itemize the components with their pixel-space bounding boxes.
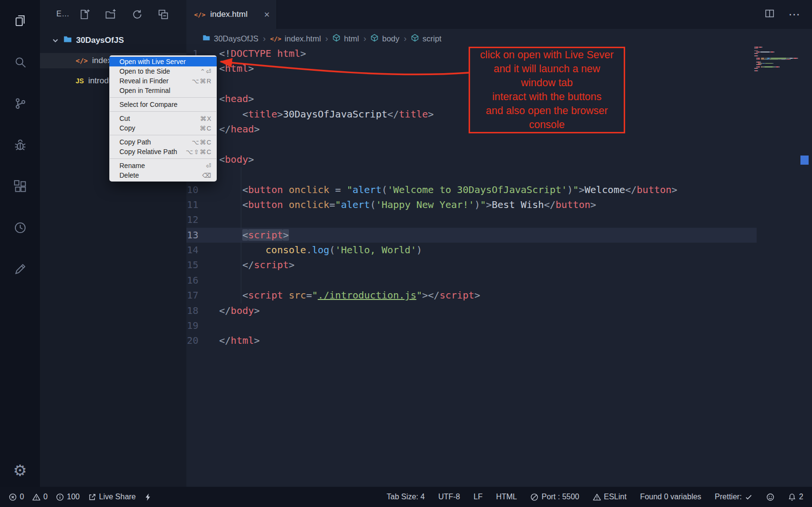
- line-number: 10: [186, 182, 219, 197]
- code-line-13[interactable]: 13 <script>: [186, 228, 812, 243]
- tab-title: index.html: [210, 10, 247, 19]
- code-line-14[interactable]: 14 console.log('Hello, World'): [186, 243, 812, 258]
- circle-slash-icon: [530, 493, 538, 501]
- breadcrumb-item-html[interactable]: html: [332, 34, 359, 44]
- status-errors[interactable]: 0: [9, 493, 24, 501]
- status-warnings[interactable]: 0: [32, 493, 48, 501]
- menu-item-copy-relative-path[interactable]: Copy Relative Path⌥⇧⌘C: [109, 147, 217, 156]
- more-actions-icon[interactable]: ⋯: [788, 8, 800, 21]
- warning-icon: [32, 493, 40, 501]
- root-folder-label: 30DaysOfJS: [76, 36, 124, 45]
- status-info-count[interactable]: 100: [56, 493, 80, 501]
- status-eslint[interactable]: ESLint: [593, 493, 627, 501]
- code-line-18[interactable]: 18</body>: [186, 303, 812, 318]
- search-icon[interactable]: [8, 50, 32, 74]
- code-line-12[interactable]: 12: [186, 212, 812, 227]
- status-info-count-label: 100: [67, 493, 80, 501]
- breadcrumb-separator: ›: [263, 34, 266, 44]
- menu-item-shortcut: ⌘X: [200, 115, 212, 122]
- split-editor-icon[interactable]: [764, 8, 775, 21]
- breadcrumb-item-script[interactable]: script: [411, 34, 441, 44]
- menu-item-label: Rename: [119, 162, 145, 169]
- source-control-icon[interactable]: [8, 91, 32, 116]
- code-line-11[interactable]: 11 <button onclick="alert('Happy New Yea…: [186, 197, 812, 212]
- code-line-15[interactable]: 15 </script>: [186, 258, 812, 273]
- status-live-server-port-label: Port : 5500: [541, 493, 579, 501]
- status-feedback[interactable]: [766, 493, 774, 501]
- close-tab-icon[interactable]: ×: [264, 10, 270, 19]
- status-quick-actions[interactable]: [144, 493, 152, 501]
- extensions-icon[interactable]: [8, 174, 32, 198]
- menu-item-reveal-in-finder[interactable]: Reveal in Finder⌥⌘R: [109, 76, 217, 86]
- menu-item-select-for-compare[interactable]: Select for Compare: [109, 100, 217, 109]
- status-notifications[interactable]: 2: [788, 493, 803, 501]
- line-number: 20: [186, 333, 219, 348]
- history-icon[interactable]: [8, 216, 32, 240]
- breadcrumb-item-file[interactable]: </> index.html: [270, 34, 321, 43]
- menu-item-shortcut: ⌥⌘R: [192, 78, 212, 85]
- status-live-server-port[interactable]: Port : 5500: [530, 493, 579, 501]
- menu-item-open-with-live-server[interactable]: Open with Live Server: [109, 57, 217, 66]
- explorer-icon[interactable]: [8, 9, 32, 33]
- menu-item-shortcut: ⌃⏎: [200, 68, 212, 75]
- html-file-icon: </>: [194, 11, 205, 18]
- settings-gear-icon[interactable]: ⚙: [0, 463, 40, 478]
- refresh-icon[interactable]: [131, 9, 144, 21]
- edit-session-icon[interactable]: [8, 257, 32, 281]
- menu-item-shortcut: ⌫: [202, 172, 212, 179]
- editor-actions: ⋯: [764, 8, 812, 21]
- code-line-10[interactable]: 10 <button onclick = "alert('Welcome to …: [186, 182, 812, 197]
- menu-item-label: Copy Path: [119, 138, 151, 146]
- line-number: 14: [186, 243, 219, 258]
- status-notifications-label: 2: [799, 493, 803, 501]
- status-live-share[interactable]: Live Share: [88, 493, 136, 501]
- code-line-16[interactable]: 16: [186, 273, 812, 288]
- breadcrumb-item-folder[interactable]: 30DaysOfJS: [202, 34, 259, 44]
- menu-item-delete[interactable]: Delete⌫: [109, 170, 217, 180]
- menu-item-label: Open with Live Server: [119, 58, 186, 65]
- new-folder-icon[interactable]: [105, 9, 117, 21]
- status-encoding[interactable]: UTF-8: [438, 493, 460, 501]
- menu-item-label: Cut: [119, 115, 130, 122]
- menu-item-label: Open in Terminal: [119, 87, 170, 94]
- minimap[interactable]: [754, 47, 799, 72]
- cube-icon: [411, 34, 419, 44]
- vscode-window: ⚙ E… 30DaysOfJS: [0, 0, 812, 507]
- code-line-9[interactable]: 9: [186, 167, 812, 182]
- status-tab-size[interactable]: Tab Size: 4: [387, 493, 425, 501]
- menu-item-label: Select for Compare: [119, 101, 178, 108]
- breadcrumb-item-body[interactable]: body: [370, 34, 399, 44]
- breadcrumb-separator: ›: [363, 34, 366, 44]
- tree-root-folder[interactable]: 30DaysOfJS: [40, 33, 186, 48]
- status-language-mode[interactable]: HTML: [496, 493, 517, 501]
- status-eol[interactable]: LF: [473, 493, 483, 501]
- menu-item-label: Delete: [119, 171, 139, 179]
- run-debug-icon[interactable]: [8, 133, 32, 157]
- menu-item-copy[interactable]: Copy⌘C: [109, 123, 217, 133]
- code-line-7[interactable]: 7: [186, 137, 812, 152]
- status-variables-found[interactable]: Found 0 variables: [640, 493, 701, 501]
- code-line-8[interactable]: 8<body>: [186, 152, 812, 167]
- error-icon: [9, 493, 17, 501]
- html-file-icon: </>: [270, 35, 281, 42]
- bell-icon: [788, 493, 796, 501]
- menu-item-open-to-the-side[interactable]: Open to the Side⌃⏎: [109, 66, 217, 76]
- status-prettier[interactable]: Prettier:: [715, 493, 753, 501]
- code-line-17[interactable]: 17 <script src="./introduction.js"></scr…: [186, 288, 812, 303]
- code-line-19[interactable]: 19: [186, 318, 812, 333]
- warning-icon: [593, 493, 601, 501]
- menu-item-label: Copy Relative Path: [119, 148, 177, 156]
- line-number: 11: [186, 197, 219, 212]
- breadcrumb-label: 30DaysOfJS: [214, 34, 259, 43]
- menu-separator: [110, 111, 216, 112]
- new-file-icon[interactable]: [79, 9, 91, 21]
- tab-index-html[interactable]: </> index.html ×: [186, 0, 277, 29]
- menu-item-copy-path[interactable]: Copy Path⌥⌘C: [109, 137, 217, 147]
- menu-item-rename[interactable]: Rename⏎: [109, 161, 217, 170]
- line-number: 15: [186, 258, 219, 273]
- code-line-20[interactable]: 20</html>: [186, 333, 812, 348]
- collapse-all-icon[interactable]: [157, 9, 170, 21]
- menu-item-cut[interactable]: Cut⌘X: [109, 114, 217, 123]
- line-number: 16: [186, 273, 219, 288]
- menu-item-open-in-terminal[interactable]: Open in Terminal: [109, 86, 217, 95]
